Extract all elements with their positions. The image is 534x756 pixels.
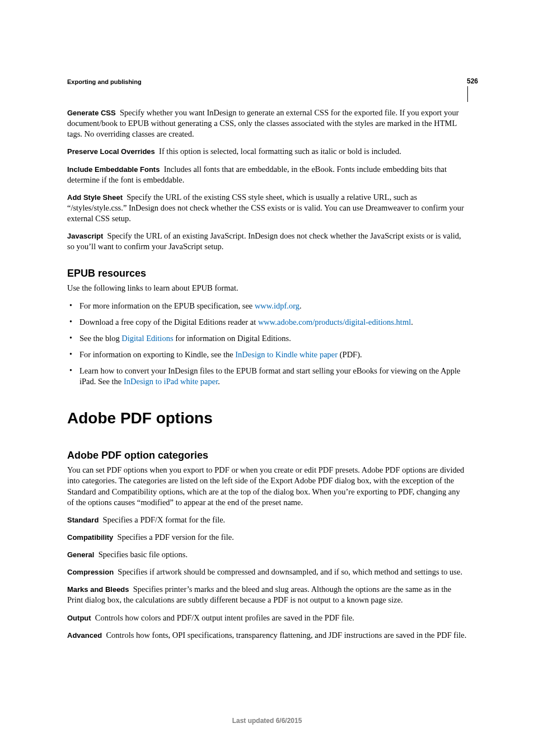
link-kindle-whitepaper[interactable]: InDesign to Kindle white paper bbox=[235, 350, 338, 359]
list-text-post: (PDF). bbox=[338, 350, 362, 359]
definition-include-embeddable-fonts: Include Embeddable Fonts Includes all fo… bbox=[67, 164, 467, 185]
definition-compression: Compression Specifies if artwork should … bbox=[67, 567, 467, 577]
definition-text: Specify whether you want InDesign to gen… bbox=[67, 108, 459, 138]
definition-text: Specifies basic file options. bbox=[99, 550, 188, 559]
link-digital-editions-blog[interactable]: Digital Editions bbox=[121, 334, 173, 343]
term: Compatibility bbox=[67, 533, 113, 542]
link-idpf[interactable]: www.idpf.org bbox=[255, 301, 299, 310]
definition-standard: Standard Specifies a PDF/X format for th… bbox=[67, 515, 467, 525]
definition-marks-and-bleeds: Marks and Bleeds Specifies printer’s mar… bbox=[67, 584, 467, 605]
definition-compatibility: Compatibility Specifies a PDF version fo… bbox=[67, 532, 467, 543]
definition-advanced: Advanced Controls how fonts, OPI specifi… bbox=[67, 630, 467, 641]
list-text-post: . bbox=[411, 318, 413, 326]
heading-pdf-option-categories: Adobe PDF option categories bbox=[67, 450, 467, 461]
list-text-post: . bbox=[218, 377, 220, 386]
definition-text: Specifies a PDF version for the file. bbox=[118, 533, 234, 542]
link-ipad-whitepaper[interactable]: InDesign to iPad white paper bbox=[124, 377, 218, 386]
list-text-pre: For more information on the EPUB specifi… bbox=[79, 301, 255, 310]
list-text-pre: Download a free copy of the Digital Edit… bbox=[79, 318, 258, 326]
list-text-pre: See the blog bbox=[79, 334, 121, 343]
epub-resource-list: For more information on the EPUB specifi… bbox=[67, 301, 467, 388]
definition-text: Controls how fonts, OPI specifications, … bbox=[106, 631, 466, 640]
list-text-post: for information on Digital Editions. bbox=[174, 334, 291, 343]
definition-text: Specifies a PDF/X format for the file. bbox=[103, 515, 226, 524]
definition-text: Specify the URL of the existing CSS styl… bbox=[67, 193, 464, 223]
epub-intro: Use the following links to learn about E… bbox=[67, 283, 467, 293]
list-item: Download a free copy of the Digital Edit… bbox=[67, 317, 467, 328]
definition-javascript: Javascript Specify the URL of an existin… bbox=[67, 231, 467, 252]
definition-add-style-sheet: Add Style Sheet Specify the URL of the e… bbox=[67, 192, 467, 224]
definition-text: Specifies if artwork should be compresse… bbox=[118, 567, 462, 576]
list-item: Learn how to convert your InDesign files… bbox=[67, 366, 467, 387]
term: Add Style Sheet bbox=[67, 193, 123, 202]
definition-generate-css: Generate CSS Specify whether you want In… bbox=[67, 108, 467, 139]
term: Preserve Local Overrides bbox=[67, 147, 155, 156]
list-text-pre: For information on exporting to Kindle, … bbox=[79, 350, 235, 359]
definition-general: General Specifies basic file options. bbox=[67, 549, 467, 560]
definition-text: Specify the URL of an existing JavaScrip… bbox=[67, 231, 461, 251]
list-text-post: . bbox=[299, 301, 302, 310]
list-item: For information on exporting to Kindle, … bbox=[67, 349, 467, 360]
term: Advanced bbox=[67, 631, 102, 640]
page-number: 526 bbox=[467, 77, 478, 85]
term: General bbox=[67, 550, 94, 559]
term: Marks and Bleeds bbox=[67, 585, 129, 594]
heading-epub-resources: EPUB resources bbox=[67, 268, 467, 279]
footer-last-updated: Last updated 6/6/2015 bbox=[0, 717, 534, 725]
definition-output: Output Controls how colors and PDF/X out… bbox=[67, 613, 467, 623]
running-header: Exporting and publishing bbox=[67, 78, 467, 85]
term: Generate CSS bbox=[67, 109, 116, 117]
term: Output bbox=[67, 614, 91, 622]
link-digital-editions-download[interactable]: www.adobe.com/products/digital-editions.… bbox=[258, 318, 411, 326]
term: Javascript bbox=[67, 232, 103, 240]
term: Standard bbox=[67, 516, 99, 524]
term: Include Embeddable Fonts bbox=[67, 165, 160, 174]
definition-preserve-local-overrides: Preserve Local Overrides If this option … bbox=[67, 146, 467, 157]
page: 526 Exporting and publishing Generate CS… bbox=[0, 0, 534, 756]
term: Compression bbox=[67, 568, 114, 576]
heading-adobe-pdf-options: Adobe PDF options bbox=[67, 409, 467, 427]
list-item: See the blog Digital Editions for inform… bbox=[67, 333, 467, 344]
list-item: For more information on the EPUB specifi… bbox=[67, 301, 467, 311]
definition-text: If this option is selected, local format… bbox=[159, 147, 401, 156]
pdf-intro: You can set PDF options when you export … bbox=[67, 465, 467, 508]
page-number-rule bbox=[467, 86, 468, 102]
definition-text: Controls how colors and PDF/X output int… bbox=[95, 613, 354, 622]
